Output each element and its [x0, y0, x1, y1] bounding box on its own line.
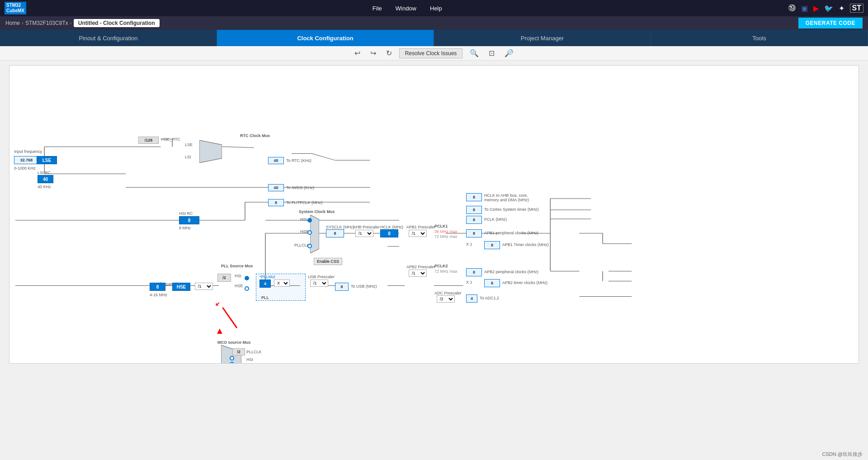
- zoom-in-button[interactable]: 🔍: [467, 48, 481, 58]
- hse-box[interactable]: HSE: [172, 283, 190, 291]
- pll-src-mux-label: PLL Source Mux: [221, 264, 253, 268]
- svg-marker-42: [199, 140, 222, 163]
- pll-div2-box[interactable]: /2: [217, 274, 231, 282]
- hse-128-box[interactable]: /128: [138, 137, 159, 144]
- apb2-periph-value[interactable]: 8: [466, 268, 482, 276]
- hse-radio[interactable]: [307, 230, 312, 235]
- toolbar: ↩ ↪ ↻ Resolve Clock Issues 🔍 ⊡ 🔎: [0, 46, 868, 61]
- adc-label: To ADC1,2: [480, 296, 499, 300]
- mco-div2-box[interactable]: /2: [232, 348, 245, 356]
- hsi-value[interactable]: 8: [179, 216, 199, 224]
- pll-hsi-radio[interactable]: [245, 276, 249, 280]
- pll-label: PLL: [261, 295, 269, 300]
- tab-clock[interactable]: Clock Configuration: [217, 30, 434, 46]
- pclk1-36: 36 MHz max: [434, 229, 458, 234]
- fclk-value[interactable]: 8: [466, 216, 482, 224]
- hse-input-value[interactable]: 8: [150, 283, 165, 291]
- breadcrumb: Home › STM32F103C8Tx › Untitled - Clock …: [0, 16, 868, 30]
- top-menu: File Window Help: [373, 5, 442, 12]
- to-usb-value[interactable]: 8: [335, 283, 349, 291]
- cortex-timer-value[interactable]: 8: [466, 206, 482, 214]
- apb2-pre-select[interactable]: /1/2: [409, 270, 427, 277]
- pll-hse-radio[interactable]: [245, 286, 249, 291]
- tab-pinout[interactable]: Pinout & Configuration: [0, 30, 217, 46]
- mco-src-label: MCO source Mux: [217, 340, 251, 345]
- to-rtc-value[interactable]: 40: [268, 157, 284, 164]
- lsi-value[interactable]: 40: [38, 175, 53, 183]
- apb2-timer-value[interactable]: 8: [484, 279, 500, 287]
- adc-value[interactable]: 4: [466, 294, 477, 303]
- hsi-mux-label: HSI: [300, 217, 307, 222]
- menu-window[interactable]: Window: [396, 5, 416, 12]
- generate-code-button[interactable]: GENERATE CODE: [798, 18, 863, 28]
- pll-hse-label: HSE: [235, 284, 243, 288]
- apb1-pre-select[interactable]: /1/2: [409, 230, 427, 237]
- apb2-periph-label: APB2 peripheral clocks (MHz): [484, 270, 538, 274]
- apb2-pre-label: APB2 Prescaler: [406, 265, 435, 269]
- redo-button[interactable]: ↪: [368, 48, 379, 58]
- usb-pre-select[interactable]: /1/1.5: [310, 280, 328, 287]
- adc-pre-select[interactable]: /2/4/6/8: [437, 295, 455, 303]
- mco-hse-radio[interactable]: [230, 362, 234, 364]
- icon-star: ✦: [839, 4, 844, 13]
- hse-div-select[interactable]: /1/2: [195, 283, 213, 290]
- freq-range-label: 0-1000 KHz: [14, 166, 36, 171]
- ahb-pre-select[interactable]: /1/2/4: [355, 230, 373, 237]
- mco-pllclk: PLLCLK: [246, 350, 262, 354]
- apb1-timer-value[interactable]: 8: [484, 241, 500, 249]
- top-bar: STM32 CubeMX File Window Help ⑲ ▣ ▶ 🐦 ✦ …: [0, 0, 868, 16]
- lsi-rc-label: LSI RC: [38, 171, 51, 175]
- hsi-radio[interactable]: [307, 218, 312, 223]
- resolve-clock-button[interactable]: Resolve Clock Issues: [399, 48, 463, 58]
- menu-help[interactable]: Help: [430, 5, 442, 12]
- to-flit-value[interactable]: 8: [268, 199, 284, 206]
- logo: STM32 CubeMX: [5, 2, 26, 14]
- undo-button[interactable]: ↩: [352, 48, 363, 58]
- enable-css-button[interactable]: Enable CSS: [314, 258, 342, 265]
- mco-hsi-radio[interactable]: [230, 356, 234, 360]
- tab-project-manager[interactable]: Project Manager: [434, 30, 651, 46]
- icon-facebook: ▣: [801, 4, 808, 13]
- tab-tools[interactable]: Tools: [651, 30, 868, 46]
- lse-box[interactable]: LSE: [37, 156, 57, 164]
- annotation-arrow: ➜: [213, 300, 222, 309]
- refresh-button[interactable]: ↻: [383, 48, 395, 58]
- rtc-mux-label: RTC Clock Mux: [240, 133, 270, 138]
- pclk2-72: 72 MHz max: [434, 269, 458, 274]
- x1-apb2: X 1: [466, 280, 472, 285]
- arrow-head: ▲: [215, 326, 224, 336]
- zoom-out-button[interactable]: 🔎: [502, 48, 516, 58]
- hsi-rc-label: HSI RC: [179, 211, 193, 216]
- usb-pre-label: USB Prescaler: [308, 275, 335, 279]
- icon-st: ST: [850, 4, 863, 13]
- input-freq-value[interactable]: 32.768: [14, 156, 39, 164]
- pll-mul-value[interactable]: 4: [259, 280, 271, 288]
- menu-file[interactable]: File: [373, 5, 382, 12]
- hclk-ahb-value[interactable]: 8: [466, 193, 482, 201]
- adc-pre-label: ADC Prescaler: [434, 291, 462, 295]
- icon-youtube: ▶: [813, 4, 819, 13]
- hclk-value[interactable]: 8: [380, 229, 398, 237]
- fit-button[interactable]: ⊡: [486, 48, 497, 58]
- to-iwdg-value[interactable]: 40: [268, 184, 284, 191]
- input-freq-label: Input frequency: [14, 149, 42, 154]
- pllclk-radio[interactable]: [307, 244, 312, 248]
- sysclk-value[interactable]: 8: [326, 229, 344, 237]
- lse-conn-label: LSE: [185, 142, 193, 147]
- pll-mul-label: *PLLMul: [259, 275, 275, 279]
- icon-19: ⑲: [788, 4, 796, 13]
- apb1-periph-value[interactable]: 8: [466, 229, 482, 237]
- hse-rtc-label: HSE_RTC: [161, 137, 180, 142]
- x1-apb1: X 1: [466, 242, 472, 247]
- to-iwdg-label: To IWDG (KHz): [286, 185, 314, 190]
- logo-box: STM32 CubeMX: [5, 2, 26, 14]
- pll-hsi-label: HSI: [235, 274, 241, 278]
- breadcrumb-home[interactable]: Home: [5, 20, 20, 26]
- hse-range-label: 4-16 MHz: [150, 293, 167, 297]
- to-rtc-label: To RTC (KHz): [286, 158, 311, 163]
- pll-x2-select[interactable]: X 2X 3X 4: [274, 280, 290, 287]
- breadcrumb-chip[interactable]: STM32F103C8Tx: [25, 20, 68, 26]
- pclk2-label: PCLK2: [434, 264, 448, 268]
- social-icons: ⑲ ▣ ▶ 🐦 ✦ ST: [788, 4, 863, 13]
- fclk-label: FCLK (MHz): [484, 217, 507, 222]
